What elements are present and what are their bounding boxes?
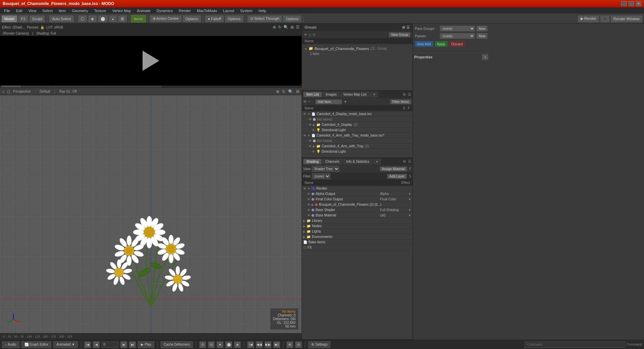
- vis-icon-2[interactable]: 👁: [309, 123, 312, 127]
- filter-items-button[interactable]: Filter Items: [390, 99, 411, 104]
- group-expand-arrow[interactable]: [305, 47, 307, 51]
- render-button[interactable]: ▶ Render: [578, 15, 599, 22]
- viewport-raygl-label[interactable]: Ray GL: Off: [59, 90, 77, 93]
- preview-menu-icon[interactable]: ☰: [296, 25, 300, 30]
- item-expand-4[interactable]: [308, 134, 310, 137]
- new-group-button[interactable]: New Group: [389, 32, 411, 37]
- options-3-button[interactable]: Options: [283, 15, 302, 22]
- viewport-nav1-icon[interactable]: ⊕: [276, 89, 279, 94]
- tab-images[interactable]: Images: [323, 92, 340, 97]
- shader-row-lights[interactable]: 📁 Lights: [302, 229, 413, 234]
- passes-new-button[interactable]: New: [476, 33, 488, 39]
- graph-editor-button[interactable]: 📈 Graph Editor: [21, 341, 52, 348]
- passes-select[interactable]: (none): [440, 33, 475, 39]
- item-list-expand-icon[interactable]: ⊞: [403, 92, 406, 97]
- playback-icon-8[interactable]: ▶▶: [265, 341, 271, 348]
- playback-icon-5[interactable]: ◈: [234, 341, 241, 348]
- groups-icon-3[interactable]: ⊡: [313, 33, 315, 37]
- tab-add-shading[interactable]: +: [373, 159, 381, 164]
- menu-render[interactable]: Render: [176, 8, 194, 13]
- action-center-button[interactable]: ⊕ Action Center: [150, 15, 182, 22]
- vis-icon-0[interactable]: 👁: [303, 112, 306, 116]
- model-mode-button[interactable]: Model: [1, 15, 17, 22]
- shader-row-bouquet[interactable]: 👁 Bouquet_of_Chamomile_Flowers (2) (0...…: [302, 202, 413, 207]
- item-list-menu-icon[interactable]: ☰: [408, 92, 411, 97]
- item-row-6[interactable]: 👁 📁 Careobot_4_Arm_with_Tray (2): [302, 144, 413, 149]
- menu-system[interactable]: System: [237, 8, 255, 13]
- playback-icon-9[interactable]: ▶|: [273, 341, 280, 348]
- tab-channels[interactable]: Channels: [322, 159, 342, 164]
- shader-row-fx[interactable]: ⬡ FX: [302, 245, 413, 250]
- preview-zoom-icon[interactable]: 🔍: [283, 25, 288, 30]
- group-name-0[interactable]: Bouquet_of_Chamomile_Flowers: [315, 47, 369, 51]
- shader-row-environments[interactable]: 📁 Environments: [302, 234, 413, 240]
- menu-file[interactable]: File: [1, 8, 13, 13]
- pass-groups-select[interactable]: (none): [440, 26, 475, 32]
- tab-item-list[interactable]: Item List: [303, 92, 322, 97]
- command-input[interactable]: [525, 342, 625, 348]
- preview-rotate-icon[interactable]: ↻: [278, 25, 281, 30]
- menu-maxtomode[interactable]: MaxToModo: [194, 8, 220, 13]
- animated-button[interactable]: Animated ▼: [53, 341, 78, 348]
- final-vis-icon[interactable]: 👁: [307, 198, 310, 201]
- shading-expand-icon[interactable]: ⊞: [403, 159, 406, 164]
- item-row-3[interactable]: 👁 💡 Directional Light: [302, 128, 413, 133]
- items-button[interactable]: Items: [131, 15, 146, 22]
- groups-icon-2[interactable]: ◻: [309, 33, 311, 37]
- audio-button[interactable]: ♪ Audio: [2, 341, 19, 348]
- menu-texture[interactable]: Texture: [92, 8, 109, 13]
- select-through-button[interactable]: ⊙ Select Through: [247, 15, 282, 22]
- menu-select[interactable]: Select: [40, 8, 55, 13]
- tab-shading[interactable]: Shading: [303, 159, 322, 164]
- lights-expand[interactable]: [303, 230, 305, 233]
- viewport-3d[interactable]: X Y Z No Items Channels: 0 Deformers: ON…: [0, 95, 302, 333]
- preview-fit-icon[interactable]: ⊞: [290, 25, 294, 30]
- shader-row-alpha-output[interactable]: 👁 Alpha Output Alpha ▼: [302, 191, 413, 197]
- menu-vertex-map[interactable]: Vertex Map: [110, 8, 134, 13]
- settings-button[interactable]: ⚙ Settings: [308, 341, 330, 348]
- shader-row-final-color[interactable]: 👁 Final Color Output Final Color ▼: [302, 197, 413, 202]
- base-shader-vis-icon[interactable]: 👁: [307, 208, 310, 212]
- item-row-7[interactable]: 👁 💡 Directional Light: [302, 149, 413, 154]
- playback-icon-1[interactable]: ⊙: [199, 341, 206, 348]
- shading-menu-icon[interactable]: ☰: [408, 159, 411, 164]
- item-row-4[interactable]: 👁 📄 Careobot_4_Arm_with_Tray_modo_base.l…: [302, 133, 413, 138]
- add-layer-button[interactable]: Add Layer: [387, 174, 407, 179]
- render-expand[interactable]: [308, 187, 310, 190]
- item-row-2[interactable]: 👁 📁 Careobot_4_Display (2): [302, 122, 413, 128]
- item-row-5[interactable]: 👁 (no name): [302, 138, 413, 144]
- nodes-expand[interactable]: [303, 224, 305, 228]
- viewport-settings-icon[interactable]: ⚙: [296, 89, 300, 94]
- shader-row-nodes[interactable]: 📁 Nodes: [302, 223, 413, 229]
- vis-icon-3[interactable]: 👁: [312, 129, 315, 132]
- bouquet-expand[interactable]: [312, 203, 314, 206]
- menu-geometry[interactable]: Geometry: [69, 8, 91, 13]
- options-1-button[interactable]: Options: [182, 15, 201, 22]
- playback-icon-2[interactable]: ◎: [208, 341, 215, 348]
- render-icon-button[interactable]: 🎥: [600, 15, 610, 22]
- shader-row-library[interactable]: 📁 Library: [302, 218, 413, 223]
- frame-input[interactable]: 0: [102, 342, 118, 348]
- item-expand-2[interactable]: [313, 123, 315, 127]
- menu-dynamics[interactable]: Dynamics: [154, 8, 175, 13]
- playback-icon-11[interactable]: ⊖: [295, 341, 302, 348]
- playback-icon-3[interactable]: ●: [217, 341, 223, 348]
- item-list-icon-3[interactable]: −: [312, 100, 314, 104]
- groups-expand-icon[interactable]: ⊞: [402, 25, 405, 30]
- transport-first-button[interactable]: |◀: [84, 341, 91, 348]
- vis-icon-4[interactable]: 👁: [303, 134, 306, 137]
- menu-animate[interactable]: Animate: [134, 8, 153, 13]
- auto-select-button[interactable]: Auto Select: [49, 15, 74, 22]
- assign-material-button[interactable]: Assign Material: [380, 166, 407, 171]
- item-expand-0[interactable]: [308, 112, 310, 116]
- tab-vertex-map-list[interactable]: Vertex Map List: [340, 92, 370, 97]
- tool-icon-1[interactable]: ⬡: [78, 15, 87, 22]
- vis-icon-7[interactable]: 👁: [312, 150, 315, 153]
- menu-view[interactable]: View: [26, 8, 39, 13]
- discard-button[interactable]: Discard: [449, 41, 465, 47]
- minimize-button[interactable]: ─: [621, 1, 627, 6]
- environments-expand[interactable]: [303, 235, 305, 239]
- viewport-view-label[interactable]: Perspective: [13, 90, 31, 93]
- transport-next-button[interactable]: ▶: [120, 341, 127, 348]
- item-row-1[interactable]: 👁 (no name): [302, 117, 413, 122]
